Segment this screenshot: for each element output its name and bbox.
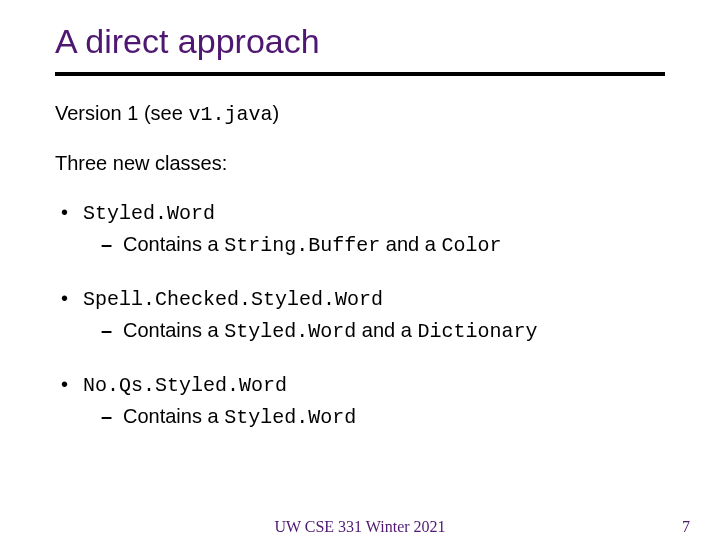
slide-title: A direct approach bbox=[55, 22, 320, 61]
bullet-item: • No.Qs.Styled.Word – Contains a Styled.… bbox=[55, 371, 665, 431]
intro-prefix: Version 1 (see bbox=[55, 102, 188, 124]
sub-text: Contains a bbox=[123, 405, 224, 427]
dash-icon: – bbox=[101, 317, 112, 344]
sub-code2: Dictionary bbox=[417, 320, 537, 343]
page-number: 7 bbox=[682, 518, 690, 536]
sub-item: – Contains a String.Buffer and a Color bbox=[101, 231, 665, 259]
sub-text: Contains a bbox=[123, 319, 224, 341]
intro-code: v1.java bbox=[188, 103, 272, 126]
bullet-dot-icon: • bbox=[61, 199, 68, 226]
sub-text: Contains a bbox=[123, 233, 224, 255]
title-underline bbox=[55, 72, 665, 76]
sub-code1: Styled.Word bbox=[224, 406, 356, 429]
sub-list: – Contains a Styled.Word and a Dictionar… bbox=[101, 317, 665, 345]
sub-list: – Contains a String.Buffer and a Color bbox=[101, 231, 665, 259]
dash-icon: – bbox=[101, 231, 112, 258]
sub-item: – Contains a Styled.Word bbox=[101, 403, 665, 431]
intro-suffix: ) bbox=[272, 102, 279, 124]
slide: A direct approach Version 1 (see v1.java… bbox=[0, 0, 720, 540]
slide-body: Version 1 (see v1.java) Three new classe… bbox=[55, 100, 665, 457]
bullet-title: No.Qs.Styled.Word bbox=[83, 374, 287, 397]
sub-mid: and a bbox=[362, 319, 418, 341]
sub-code1: Styled.Word bbox=[224, 320, 356, 343]
sub-mid: and a bbox=[386, 233, 442, 255]
footer-center: UW CSE 331 Winter 2021 bbox=[0, 518, 720, 536]
bullet-title: Styled.Word bbox=[83, 202, 215, 225]
intro-line: Version 1 (see v1.java) bbox=[55, 100, 665, 128]
bullet-item: • Styled.Word – Contains a String.Buffer… bbox=[55, 199, 665, 259]
bullet-dot-icon: • bbox=[61, 285, 68, 312]
bullet-item: • Spell.Checked.Styled.Word – Contains a… bbox=[55, 285, 665, 345]
sub-list: – Contains a Styled.Word bbox=[101, 403, 665, 431]
dash-icon: – bbox=[101, 403, 112, 430]
sub-item: – Contains a Styled.Word and a Dictionar… bbox=[101, 317, 665, 345]
sub-code2: Color bbox=[441, 234, 501, 257]
bullet-dot-icon: • bbox=[61, 371, 68, 398]
bullet-title: Spell.Checked.Styled.Word bbox=[83, 288, 383, 311]
subheading: Three new classes: bbox=[55, 150, 665, 177]
sub-code1: String.Buffer bbox=[224, 234, 380, 257]
bullet-list: • Styled.Word – Contains a String.Buffer… bbox=[55, 199, 665, 431]
